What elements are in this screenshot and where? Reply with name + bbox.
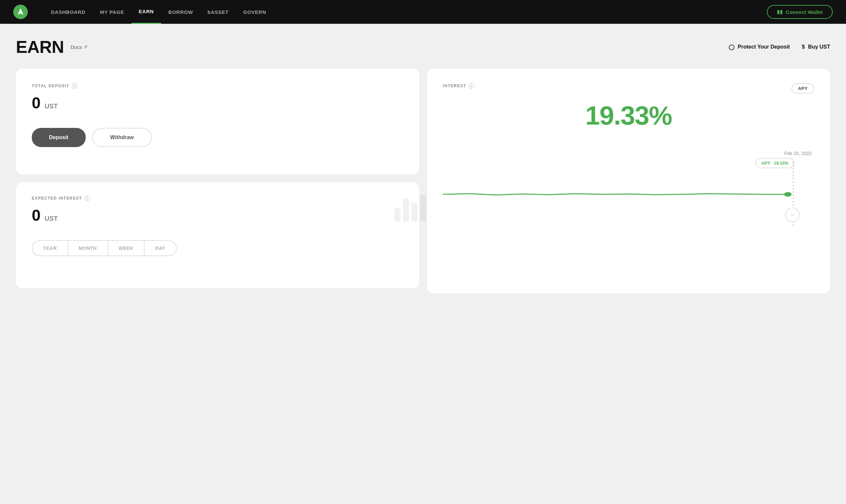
buy-ust-label: Buy UST <box>808 44 830 50</box>
interest-header: INTEREST i APY <box>443 83 815 94</box>
connect-wallet-label: Connect Wallet <box>786 9 823 15</box>
total-deposit-info-icon[interactable]: i <box>72 83 77 89</box>
apy-value: 19.33% <box>443 101 815 131</box>
expected-interest-amount: 0 UST <box>32 206 403 224</box>
nav-item-basset[interactable]: bASSET <box>200 0 236 24</box>
expected-interest-number: 0 <box>32 206 41 224</box>
nav-right: ▮▮ Connect Wallet <box>767 5 833 19</box>
shield-icon: ◯ <box>728 44 735 50</box>
withdraw-button[interactable]: Withdraw <box>92 128 152 147</box>
interest-period-tabs: YEAR MONTH WEEK DAY <box>32 240 403 256</box>
chevron-right-icon: → <box>790 212 795 218</box>
logo-icon <box>16 7 25 16</box>
logo[interactable] <box>13 5 28 19</box>
deposit-actions: Deposit Withdraw <box>32 128 403 147</box>
deposit-button[interactable]: Deposit <box>32 128 86 147</box>
deposit-currency: UST <box>45 103 58 110</box>
chart-svg <box>443 161 815 228</box>
chart-date: Feb 15, 2022 <box>443 151 815 156</box>
chart-area: Feb 15, 2022 APY 19.33% <box>443 151 815 229</box>
nav-item-earn[interactable]: EARN <box>131 0 161 24</box>
chart-container: APY 19.33% <box>443 161 815 229</box>
nav-item-mypage[interactable]: MY PAGE <box>93 0 131 24</box>
deposit-amount: 0 UST <box>32 94 403 112</box>
buy-ust-button[interactable]: $ Buy UST <box>802 44 830 50</box>
wallet-icon: ▮▮ <box>777 9 782 15</box>
apy-badge: APY <box>791 83 814 93</box>
tab-year[interactable]: YEAR <box>32 240 68 256</box>
protect-deposit-label: Protect Your Deposit <box>738 44 790 50</box>
page-content: EARN Docs ↗ ◯ Protect Your Deposit $ Buy… <box>0 24 846 504</box>
dollar-icon: $ <box>802 44 805 50</box>
connect-wallet-button[interactable]: ▮▮ Connect Wallet <box>767 5 833 19</box>
svg-point-0 <box>784 192 791 197</box>
interest-label: INTEREST i <box>443 83 474 89</box>
chart-svg-wrap <box>443 161 815 229</box>
external-link-icon: ↗ <box>83 44 88 50</box>
nav-item-borrow[interactable]: BORROW <box>161 0 201 24</box>
total-deposit-label: TOTAL DEPOSIT i <box>32 83 403 89</box>
docs-link[interactable]: Docs ↗ <box>70 44 88 50</box>
page-title: EARN <box>16 37 64 57</box>
tab-day[interactable]: DAY <box>144 240 176 256</box>
deposit-number: 0 <box>32 94 41 112</box>
interest-info-icon[interactable]: i <box>469 83 474 89</box>
nav-item-dashboard[interactable]: DASHBOARD <box>44 0 93 24</box>
tab-month[interactable]: MONTH <box>68 240 108 256</box>
tab-week[interactable]: WEEK <box>108 240 144 256</box>
nav-links: DASHBOARD MY PAGE EARN BORROW bASSET GOV… <box>44 0 767 24</box>
expected-interest-info-icon[interactable]: i <box>85 196 90 201</box>
expected-interest-currency: UST <box>45 215 58 222</box>
navigation: DASHBOARD MY PAGE EARN BORROW bASSET GOV… <box>0 0 846 24</box>
nav-item-govern[interactable]: GOVERN <box>236 0 274 24</box>
total-deposit-card: TOTAL DEPOSIT i 0 UST Deposit Withdraw <box>16 69 419 175</box>
interest-chart-card: INTEREST i APY 19.33% Feb 15, 2022 APY 1… <box>427 69 830 293</box>
docs-label: Docs <box>70 44 82 50</box>
protect-deposit-button[interactable]: ◯ Protect Your Deposit <box>728 44 790 50</box>
expected-interest-card: EXPECTED INTEREST i 0 UST YEAR MONTH WEE… <box>16 182 419 288</box>
expected-interest-label: EXPECTED INTEREST i <box>32 196 403 201</box>
scroll-right-button[interactable]: → <box>785 208 800 222</box>
main-grid: TOTAL DEPOSIT i 0 UST Deposit Withdraw E… <box>16 69 830 293</box>
page-header-actions: ◯ Protect Your Deposit $ Buy UST <box>728 44 830 50</box>
left-column: TOTAL DEPOSIT i 0 UST Deposit Withdraw E… <box>16 69 419 288</box>
page-header: EARN Docs ↗ ◯ Protect Your Deposit $ Buy… <box>16 37 830 57</box>
